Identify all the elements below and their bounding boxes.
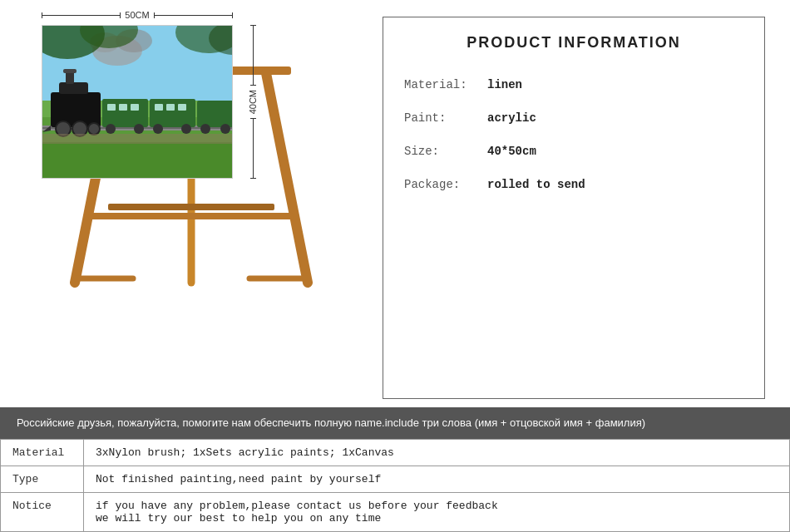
svg-point-33 <box>106 124 116 134</box>
product-info-box: PRODUCT INFORMATION Material: linen Pain… <box>383 17 765 399</box>
material-row-label: Material <box>1 440 84 466</box>
svg-rect-7 <box>108 204 274 210</box>
type-row-label: Type <box>1 466 84 493</box>
svg-point-36 <box>181 124 191 134</box>
svg-rect-44 <box>42 134 233 144</box>
table-row: Notice if you have any problem,please co… <box>1 493 790 532</box>
material-row-value: 3xNylon brush; 1xSets acrylic paints; 1x… <box>84 440 790 466</box>
russian-text: Российские друзья, пожалуйста, помогите … <box>17 416 645 429</box>
svg-rect-19 <box>63 69 77 73</box>
dim-line-vertical-bottom <box>253 118 254 179</box>
size-row: Size: 40*50cm <box>404 135 743 168</box>
size-value: 40*50cm <box>487 145 536 158</box>
material-value: linen <box>487 78 522 91</box>
painting-image <box>42 25 233 179</box>
paint-value: acrylic <box>487 111 536 125</box>
svg-rect-26 <box>197 101 233 127</box>
easel-area: 50CM 40CM <box>25 17 358 299</box>
dimension-height: 40CM <box>248 25 258 179</box>
table-row: Type Not finished painting,need paint by… <box>1 466 790 493</box>
top-section: 50CM 40CM <box>0 0 790 407</box>
svg-point-34 <box>134 124 144 134</box>
package-label: Package: <box>404 178 479 191</box>
svg-rect-17 <box>59 82 88 94</box>
svg-rect-18 <box>66 71 74 84</box>
product-title: PRODUCT INFORMATION <box>404 34 743 52</box>
dim-line-horizontal-right <box>154 15 233 16</box>
svg-rect-28 <box>119 104 127 111</box>
svg-rect-31 <box>166 104 175 111</box>
paint-label: Paint: <box>404 111 479 125</box>
dim-line-horizontal-left <box>42 15 121 16</box>
specs-table: Material 3xNylon brush; 1xSets acrylic p… <box>0 439 790 532</box>
package-value: rolled to send <box>487 178 585 191</box>
paint-row: Paint: acrylic <box>404 101 743 135</box>
svg-point-38 <box>220 124 230 134</box>
material-row: Material: linen <box>404 68 743 101</box>
svg-rect-30 <box>155 104 163 111</box>
train-scene-svg <box>42 26 233 179</box>
russian-banner: Российские друзья, пожалуйста, помогите … <box>0 407 790 439</box>
painting-container: 50CM 40CM <box>42 25 233 179</box>
svg-rect-25 <box>150 99 195 127</box>
type-row-value: Not finished painting,need paint by your… <box>84 466 790 493</box>
notice-row-label: Notice <box>1 493 84 532</box>
svg-rect-43 <box>42 142 233 179</box>
svg-point-22 <box>88 123 100 135</box>
svg-rect-24 <box>102 99 148 127</box>
svg-rect-29 <box>131 104 139 111</box>
svg-point-37 <box>200 124 210 134</box>
material-label: Material: <box>404 78 479 91</box>
package-row: Package: rolled to send <box>404 168 743 201</box>
svg-point-35 <box>153 124 163 134</box>
width-label: 50CM <box>121 10 153 20</box>
notice-row-value: if you have any problem,please contact u… <box>84 493 790 532</box>
height-label: 40CM <box>248 86 258 118</box>
svg-rect-32 <box>178 104 186 111</box>
dim-line-vertical-top <box>253 25 254 86</box>
dimension-width: 50CM <box>42 10 233 20</box>
page: 50CM 40CM <box>0 0 790 532</box>
painting-wrapper: 50CM 40CM <box>42 25 358 179</box>
table-row: Material 3xNylon brush; 1xSets acrylic p… <box>1 440 790 466</box>
svg-rect-27 <box>107 104 116 111</box>
size-label: Size: <box>404 145 479 158</box>
